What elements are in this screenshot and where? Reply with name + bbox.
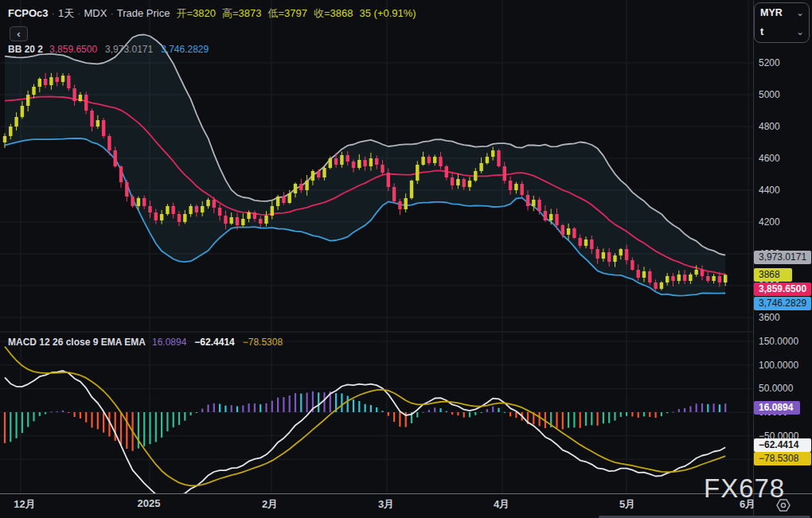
- candle-body: [61, 76, 64, 82]
- candle-body: [369, 158, 373, 166]
- candle-body: [695, 270, 698, 275]
- macd-hist-value: 16.0894: [152, 337, 186, 348]
- currency-dropdown[interactable]: MYR ⌄: [755, 3, 809, 22]
- price-tick-label: 3600: [759, 311, 780, 324]
- price-axis[interactable]: 520050004800460044004200400038003600150.…: [754, 0, 812, 493]
- macd-histogram-bar: [213, 403, 215, 412]
- macd-histogram-bar: [149, 412, 150, 444]
- macd-histogram-bar: [143, 412, 145, 446]
- candle-body: [427, 157, 431, 163]
- macd-histogram-bar: [178, 412, 180, 425]
- macd-histogram-bar: [684, 408, 685, 412]
- time-axis[interactable]: 12月20252月3月4月5月6月: [0, 495, 753, 516]
- macd-histogram-bar: [265, 403, 267, 412]
- candle-body: [44, 79, 47, 85]
- candle-body: [38, 79, 41, 87]
- macd-histogram-bar: [231, 405, 232, 412]
- candle-body: [21, 106, 24, 117]
- macd-histogram-bar: [539, 412, 541, 426]
- candle-body: [387, 173, 390, 187]
- macd-histogram-bar: [724, 403, 726, 412]
- macd-histogram-bar: [439, 408, 441, 412]
- candle-body: [357, 160, 361, 168]
- candle-body: [392, 187, 396, 201]
- bollinger-legend: BB 20 23,859.65003,973.01713,746.2829: [8, 44, 209, 55]
- candle-body: [613, 255, 616, 262]
- candle-body: [276, 197, 279, 206]
- macd-histogram-bar: [649, 412, 650, 417]
- macd-tick-label: 150.0000: [759, 335, 798, 348]
- macd-histogram-bar: [562, 412, 564, 430]
- candle-body: [689, 275, 692, 281]
- macd-signal-line: [5, 347, 725, 486]
- bb-lower-tag: 3,746.2829: [754, 297, 811, 310]
- macd-histogram-bar: [603, 412, 604, 423]
- macd-histogram-bar: [283, 397, 284, 412]
- candle-body: [463, 179, 466, 187]
- macd-histogram-bar: [713, 403, 715, 412]
- back-button[interactable]: ‹: [10, 26, 28, 41]
- macd-histogram-bar: [39, 412, 41, 416]
- bb-upper-tag: 3,973.0171: [754, 251, 811, 264]
- candle-body: [433, 157, 436, 163]
- candle-body: [305, 181, 308, 190]
- macd-histogram-bar: [68, 412, 69, 413]
- high-value: 3873: [239, 7, 262, 19]
- macd-histogram-bar: [666, 412, 668, 413]
- macd-histogram-bar: [469, 412, 470, 417]
- month-label: 2025: [130, 497, 168, 509]
- candle-body: [724, 275, 727, 282]
- candle-body: [544, 211, 547, 220]
- price-tick-label: 5200: [759, 56, 780, 69]
- settings-gear-icon[interactable]: [773, 497, 794, 514]
- macd-histogram-bar: [707, 404, 709, 412]
- candle-body: [602, 252, 605, 259]
- macd-histogram-bar: [236, 407, 238, 413]
- candle-body: [125, 182, 128, 197]
- candle-body: [96, 120, 100, 127]
- macd-panel: [4, 347, 726, 494]
- macd-histogram-bar: [242, 406, 244, 413]
- macd-histogram-bar: [16, 412, 18, 438]
- candle-body: [514, 184, 517, 190]
- candle-body: [90, 111, 93, 127]
- candle-body: [654, 282, 657, 289]
- main-chart-canvas[interactable]: [0, 0, 753, 493]
- candle-body: [49, 77, 53, 85]
- macd-histogram-bar: [573, 412, 575, 427]
- unit-value: t: [760, 26, 763, 37]
- candle-body: [259, 219, 262, 224]
- candle-body: [271, 206, 274, 216]
- candle-body: [537, 200, 541, 211]
- macd-indicator-label: MACD 12 26 close 9 EMA EMA: [8, 337, 146, 348]
- candle-body: [567, 228, 570, 235]
- candle-body: [619, 249, 623, 255]
- candle-body: [72, 88, 76, 101]
- macd-histogram-bar: [672, 412, 673, 413]
- candle-body: [84, 95, 88, 111]
- candle-body: [241, 219, 244, 225]
- candle-body: [322, 168, 326, 177]
- macd-histogram-bar: [365, 404, 366, 412]
- candle-body: [607, 252, 611, 262]
- low-value: 3797: [284, 7, 307, 19]
- candle-body: [346, 155, 349, 162]
- interval-label: 1天: [58, 7, 74, 19]
- macd-histogram-bar: [120, 412, 122, 445]
- candle-body: [166, 206, 169, 214]
- candle-body: [206, 200, 209, 206]
- macd-histogram-bar: [173, 412, 174, 427]
- month-label: 5月: [608, 497, 646, 512]
- macd-histogram-bar: [353, 399, 354, 412]
- separator-dot: ·: [77, 7, 80, 19]
- candle-body: [630, 260, 634, 270]
- macd-histogram-bar: [643, 412, 645, 416]
- candle-body: [642, 271, 646, 278]
- candle-body: [3, 136, 6, 142]
- macd-signal-tag: −78.5308: [754, 452, 811, 465]
- candle-body: [590, 240, 593, 249]
- unit-dropdown[interactable]: t ⌄: [755, 22, 809, 41]
- candle-body: [102, 120, 105, 136]
- candle-body: [706, 276, 709, 281]
- macd-histogram-bar: [184, 412, 185, 421]
